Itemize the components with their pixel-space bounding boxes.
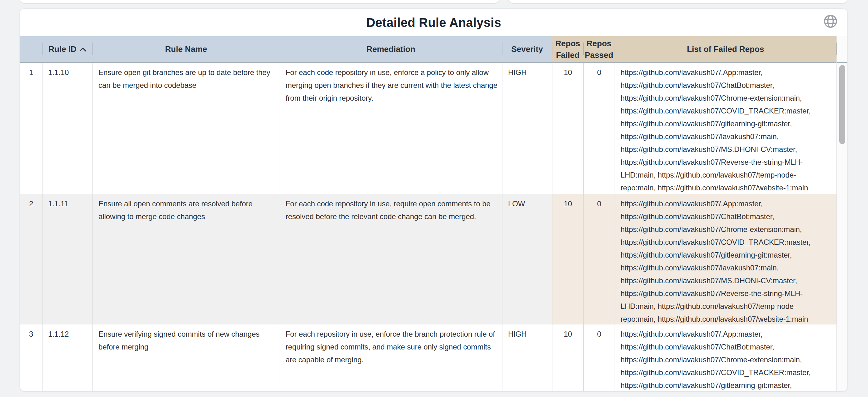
cell-repos-passed: 0	[583, 325, 615, 391]
card-header: Detailed Rule Analysis	[20, 9, 847, 36]
header-cell-failed-repos[interactable]: List of Failed Repos	[615, 36, 836, 62]
header-cell-remediation[interactable]: Remediation	[280, 36, 502, 62]
cell-failed-repos: https://github.com/lavakush07/.App:maste…	[615, 194, 836, 325]
table-header-row: Rule ID Rule Name Remediation Severity R…	[20, 36, 836, 63]
cell-repos-failed: 10	[552, 325, 583, 391]
cell-repos-passed: 0	[583, 194, 615, 325]
header-cell-repos-failed[interactable]: Repos Failed	[552, 36, 583, 62]
cell-failed-repos: https://github.com/lavakush07/.App:maste…	[615, 325, 836, 391]
header-label-rule-id: Rule ID	[49, 43, 76, 55]
cell-repos-passed: 0	[583, 63, 615, 194]
cell-remediation: For each code repository in use, enforce…	[280, 63, 502, 194]
page-title: Detailed Rule Analysis	[366, 16, 501, 30]
header-cell-rule-id[interactable]: Rule ID	[42, 36, 92, 62]
cell-index: 1	[20, 63, 42, 194]
table-row: 3 1.1.12 Ensure verifying signed commits…	[20, 325, 836, 391]
sort-ascending-icon	[80, 47, 86, 52]
cell-rule-id: 1.1.12	[42, 325, 92, 391]
header-cell-severity[interactable]: Severity	[502, 36, 552, 62]
globe-icon[interactable]	[823, 14, 838, 29]
cell-failed-repos: https://github.com/lavakush07/.App:maste…	[615, 63, 836, 194]
cell-index: 2	[20, 194, 42, 325]
cell-rule-name: Ensure open git branches are up to date …	[92, 63, 280, 194]
partial-card-top-left	[20, 0, 499, 3]
cell-severity: LOW	[502, 194, 552, 325]
table-scrollbar[interactable]	[836, 36, 847, 391]
header-cell-repos-passed[interactable]: Repos Passed	[583, 36, 615, 62]
table-row: 1 1.1.10 Ensure open git branches are up…	[20, 63, 836, 194]
cell-repos-failed: 10	[552, 63, 583, 194]
header-divider-segment	[836, 42, 837, 55]
cell-rule-name: Ensure verifying signed commits of new c…	[92, 325, 280, 391]
cell-rule-id: 1.1.11	[42, 194, 92, 325]
cell-rule-id: 1.1.10	[42, 63, 92, 194]
header-cell-index[interactable]	[20, 36, 42, 62]
partial-card-top-right	[508, 0, 847, 3]
scrollbar-thumb[interactable]	[839, 65, 845, 144]
rule-analysis-card: Detailed Rule Analysis Rule ID R	[20, 8, 848, 391]
cell-repos-failed: 10	[552, 194, 583, 325]
table-area: Rule ID Rule Name Remediation Severity R…	[20, 36, 847, 391]
cell-remediation: For each code repository in use, require…	[280, 194, 502, 325]
cell-severity: HIGH	[502, 63, 552, 194]
cell-remediation: For each repository in use, enforce the …	[280, 325, 502, 391]
cell-rule-name: Ensure all open comments are resolved be…	[92, 194, 280, 325]
cell-severity: HIGH	[502, 325, 552, 391]
header-cell-rule-name[interactable]: Rule Name	[92, 36, 280, 62]
header-bottom-border	[837, 62, 847, 63]
rules-table: Rule ID Rule Name Remediation Severity R…	[20, 36, 836, 391]
cell-index: 3	[20, 325, 42, 391]
table-row: 2 1.1.11 Ensure all open comments are re…	[20, 194, 836, 325]
